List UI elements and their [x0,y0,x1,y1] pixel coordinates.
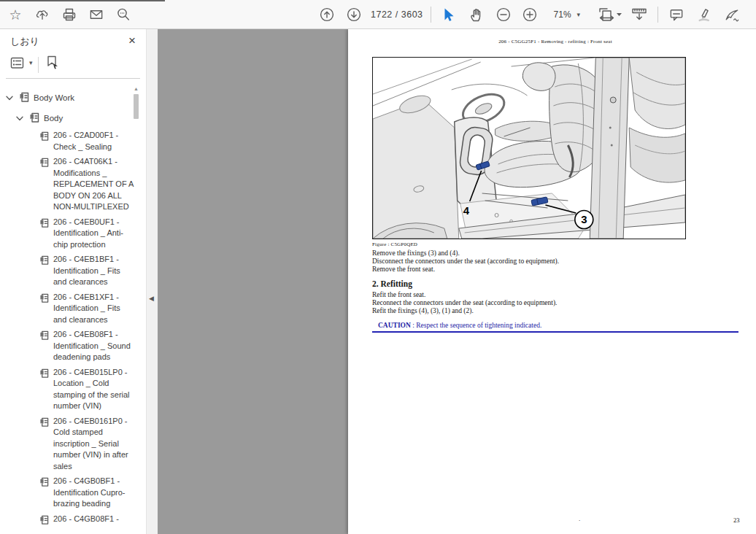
bookmark-page-icon [39,255,49,268]
page-up-icon [319,7,335,23]
chevron-expand-icon[interactable] [6,96,14,101]
panel-collapse-strip: ◀ [146,29,158,534]
step-line: Refit the front seat. [372,291,558,299]
scroll-mode-button[interactable] [630,7,649,23]
chevron-down-icon: ▾ [577,12,581,18]
zoom-level-dropdown[interactable]: 71% ▾ [554,9,581,20]
zoom-out-button[interactable] [495,7,512,23]
hand-icon [468,7,484,23]
new-bookmark-button[interactable] [45,55,59,71]
bookmark-page-icon [39,477,49,490]
caution-label: CAUTION [378,322,411,329]
bookmarks-tree: Body Work Body 206 - C2AD00F1 - [0,79,146,527]
sign-button[interactable] [724,7,740,23]
bookmark-item[interactable]: 206 - C4EB0UF1 - Identification _ Anti-c… [0,217,146,251]
refitting-heading: 2. Refitting [372,279,412,288]
highlight-button[interactable] [696,7,712,23]
page-indicator[interactable]: 1722 / 3603 [371,9,423,20]
scrollbar-thumb[interactable] [134,94,139,119]
bookmark-label: 206 - C4AT06K1 - Modifications _ REPLACE… [53,156,134,213]
figure-front-seat: 4 3 [372,57,686,239]
car-interior-illustration: 4 3 [373,58,685,239]
previous-page-button[interactable] [319,7,335,23]
bookmark-label: 206 - C4GB0BF1 - Identification Cupro-br… [53,476,134,510]
collapse-panel-button[interactable]: ◀ [148,293,155,303]
sidebar-scrollbar[interactable]: ▲ [133,85,139,530]
bookmark-node-body[interactable]: Body [0,108,146,128]
bookmarks-panel-title: しおり [10,35,39,48]
bookmark-label: Body Work [34,93,74,102]
print-button[interactable] [61,7,77,23]
bookmark-item[interactable]: 206 - C4EB0161P0 - Cold stamped inscript… [0,416,146,473]
scrollbar-up-arrow[interactable]: ▲ [133,85,139,93]
minus-circle-icon [495,7,512,23]
chevron-expand-icon[interactable] [16,116,24,121]
step-line: Remove the fixings (3) and (4). [372,249,559,258]
page-down-icon [346,7,362,23]
pointer-icon [440,7,456,23]
toolbar-left-group: ☆ [7,0,131,29]
footer-mark: . [579,515,580,522]
search-button[interactable] [115,7,131,23]
pdf-viewer-window: ☆ [0,0,756,534]
page-divider: / [396,9,398,20]
bookmark-label: 206 - C4EB08F1 - Identification _ Sound … [53,329,134,363]
comment-button[interactable] [668,7,684,23]
refitting-steps: Refit the front seat. Reconnect the conn… [372,291,558,315]
next-page-button[interactable] [346,7,362,23]
cloud-upload-icon [34,7,50,23]
bookmark-label: 206 - C2AD00F1 - Check _ Sealing [53,130,134,152]
comment-bubble-icon [668,7,684,23]
bookmark-label: 206 - C4EB1BF1 - Identification _ Fits a… [53,254,134,288]
bookmark-item[interactable]: 206 - C4GB0BF1 - Identification Cupro-br… [0,476,146,510]
caution-text: : Respect the sequence of tightening ind… [411,322,541,329]
bookmark-page-icon [39,218,49,231]
step-line: Reconnect the connectors under the seat … [372,299,558,307]
bookmarks-toolbar: ▾ [6,53,140,79]
bookmark-label: 206 - C4EB015LP0 - Location _ Cold stamp… [53,367,134,412]
step-line: Refit the fixings (4), (3), (1) and (2). [372,307,558,315]
bookmark-item[interactable]: 206 - C4GB08F1 - [0,514,146,528]
bookmark-item[interactable]: 206 - C2AD00F1 - Check _ Sealing [0,130,146,152]
close-icon: × [128,34,136,47]
search-icon [115,7,131,23]
share-button[interactable] [34,7,50,23]
fountain-pen-icon [724,7,740,23]
select-tool-button[interactable] [440,7,456,23]
document-canvas[interactable]: 206 - C5GG25F1 - Removing - refitting : … [158,29,756,534]
highlighter-icon [696,7,712,23]
printer-icon [61,7,77,23]
favorite-button[interactable]: ☆ [7,7,23,23]
bookmark-item[interactable]: 206 - C4EB1XF1 - Identification _ Fits a… [0,292,146,326]
bookmark-options-button[interactable]: ▾ [10,57,33,69]
star-icon: ☆ [9,8,21,22]
bookmarks-header: しおり × [0,29,146,53]
bookmark-label: Body [44,114,63,123]
removal-steps: Remove the fixings (3) and (4). Disconne… [372,249,559,274]
caution-rule [372,331,738,333]
bookmark-node-body-work[interactable]: Body Work [0,88,146,108]
bookmark-label: 206 - C4EB1XF1 - Identification _ Fits a… [53,292,134,326]
close-panel-button[interactable]: × [126,33,139,48]
hand-tool-button[interactable] [468,7,484,23]
bookmark-page-icon [29,112,39,124]
bookmarks-panel: しおり × ▾ [0,29,146,534]
toolbar-separator [431,7,431,23]
toolbar: ☆ [0,0,756,29]
pdf-page: 206 - C5GG25F1 - Removing - refitting : … [348,29,756,534]
bookmark-item[interactable]: 206 - C4EB1BF1 - Identification _ Fits a… [0,254,146,288]
page-number: 23 [733,516,740,524]
bookmark-item[interactable]: 206 - C4EB015LP0 - Location _ Cold stamp… [0,367,146,412]
current-page-value[interactable]: 1722 [371,9,393,20]
new-bookmark-icon [45,55,59,69]
bookmark-item[interactable]: 206 - C4AT06K1 - Modifications _ REPLACE… [0,156,146,213]
page-fit-button[interactable] [598,7,622,23]
email-button[interactable] [88,7,104,23]
bookmark-page-icon [39,158,49,171]
scroll-mode-icon [630,7,649,23]
zoom-in-button[interactable] [522,7,538,23]
page-fit-icon [598,7,622,23]
bookmark-item[interactable]: 206 - C4EB08F1 - Identification _ Sound … [0,329,146,363]
chevron-down-icon: ▾ [29,60,33,66]
bookmark-page-icon [19,92,29,104]
